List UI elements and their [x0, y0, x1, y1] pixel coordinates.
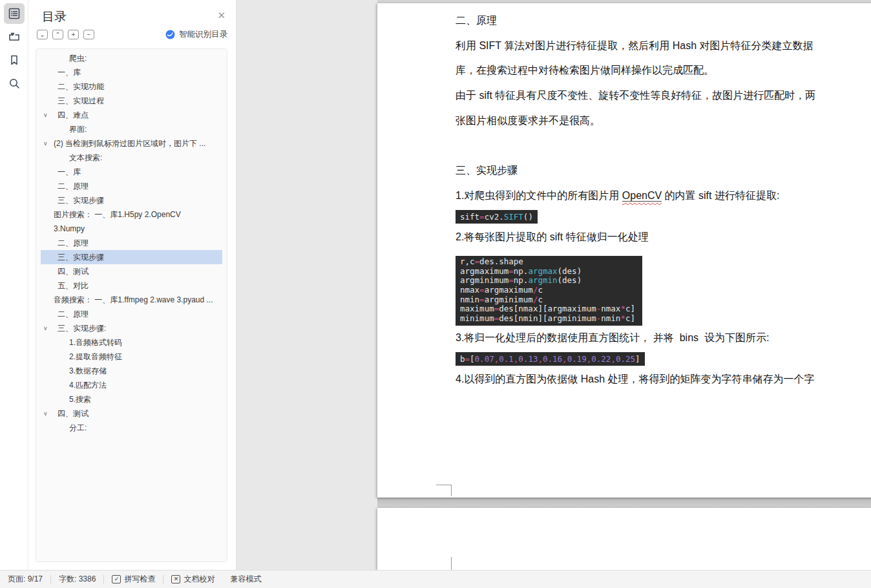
toc-panel-title: 目录	[42, 8, 67, 25]
chevron-down-icon[interactable]: ∨	[43, 406, 48, 421]
smart-recognize-toc-label: 智能识别目录	[179, 29, 227, 40]
toc-item[interactable]: 二、原理	[41, 236, 222, 250]
toc-item-label: 五、对比	[58, 281, 89, 290]
toc-item[interactable]: ∨(2) 当检测到鼠标滑过图片区域时，图片下 ...	[41, 136, 222, 151]
toc-item[interactable]: 二、原理	[41, 179, 222, 193]
status-bar: 页面: 9/17 字数: 3386 ✓ 拼写检查 ✕ 文档校对 兼容模式	[0, 570, 871, 588]
toc-item-label: 音频搜索： 一、库1.ffmpeg 2.wave 3.pyaud ...	[54, 295, 213, 304]
toc-item-label: 一、库	[58, 167, 81, 176]
toc-item[interactable]: 3.Numpy	[41, 222, 222, 236]
toc-item-label: 三、实现步骤	[58, 196, 104, 205]
minus-icon: −	[87, 32, 91, 38]
chapter-nav-icon	[7, 30, 21, 44]
toc-item[interactable]: 分工:	[41, 421, 222, 435]
zoom-out-button[interactable]: −	[83, 30, 94, 39]
misspelled-word: OpenCV	[622, 190, 662, 202]
code-line: argminimum=np.argmin(des)	[460, 276, 638, 286]
toc-item[interactable]: 三、实现过程	[41, 94, 222, 108]
chevron-up-icon: ⌃	[55, 32, 60, 38]
code-line: nmin=argminimum/c	[460, 295, 638, 305]
toc-item-label: 三、实现步骤:	[58, 324, 106, 333]
toc-item[interactable]: 三、实现步骤	[41, 193, 222, 207]
toc-item-label: 四、测试	[58, 267, 89, 276]
plus-icon: +	[72, 32, 76, 38]
chapter-nav-rail-button[interactable]	[4, 26, 25, 47]
toc-item-label: (2) 当检测到鼠标滑过图片区域时，图片下 ...	[54, 139, 205, 148]
toc-item[interactable]: 3.数据存储	[41, 364, 222, 378]
search-rail-button[interactable]	[4, 73, 25, 94]
doc-line: 由于 sift 特征具有尺度不变性、旋转不变性等良好特征，故图片进行匹配时，两	[456, 83, 827, 109]
toc-item-label: 1.音频格式转码	[69, 338, 122, 347]
proofread-icon: ✕	[171, 575, 180, 583]
toc-item[interactable]: 2.提取音频特征	[41, 350, 222, 364]
toc-item[interactable]: 二、实现功能	[41, 79, 222, 94]
code-line: b=[0.07,0.1,0.13,0.16,0.19,0.22,0.25]	[460, 353, 640, 364]
toc-item[interactable]: 五、对比	[41, 278, 222, 293]
toc-item[interactable]: 一、库	[41, 65, 222, 79]
spellcheck-icon: ✓	[112, 575, 121, 583]
toc-item[interactable]: ∨四、难点	[41, 108, 222, 122]
chevron-down-icon[interactable]: ∨	[43, 108, 48, 122]
toc-item-label: 3.数据存储	[69, 366, 107, 375]
left-icon-rail	[0, 0, 28, 570]
bookmark-icon	[7, 53, 21, 67]
toc-item-label: 2.提取音频特征	[69, 352, 122, 361]
toc-item[interactable]: ∨四、测试	[41, 406, 222, 421]
doc-line: 库，在搜索过程中对待检索图片做同样操作以完成匹配。	[456, 58, 827, 83]
toc-item-label: 二、原理	[58, 238, 89, 247]
code-line: r,c=des.shape	[460, 257, 638, 267]
chevron-down-icon[interactable]: ∨	[43, 136, 48, 151]
doc-heading: 二、原理	[456, 8, 827, 34]
code-line: argmaximum=np.argmax(des)	[460, 267, 638, 277]
code-line: sift=cv2.SIFT()	[460, 211, 533, 222]
document-page-9[interactable]: 二、原理利用 SIFT 算法对图片进行特征提取，然后利用 Hash 对图片特征分…	[377, 3, 871, 498]
compat-mode-label: 兼容模式	[230, 574, 261, 585]
toc-item-label: 分工:	[69, 423, 87, 432]
zoom-in-button[interactable]: +	[68, 30, 79, 39]
toc-rail-button[interactable]	[4, 3, 25, 24]
chevron-down-icon: ⌄	[39, 32, 45, 38]
ai-assistant-icon	[165, 30, 175, 39]
smart-recognize-toc-button[interactable]: 智能识别目录	[165, 29, 227, 40]
toc-item-label: 三、实现过程	[58, 96, 104, 105]
toc-item[interactable]: ∨三、实现步骤:	[41, 321, 222, 335]
page-gap	[377, 498, 871, 508]
spellcheck-button[interactable]: ✓ 拼写检查	[104, 574, 163, 585]
toc-item[interactable]: 4.匹配方法	[41, 378, 222, 392]
toc-item[interactable]: 二、原理	[41, 307, 222, 321]
toc-item[interactable]: 爬虫:	[41, 51, 222, 65]
word-count: 字数: 3386	[51, 574, 103, 585]
chevron-down-icon[interactable]: ∨	[43, 321, 48, 335]
collapse-all-button[interactable]: ⌃	[52, 30, 63, 39]
doc-heading: 三、实现步骤	[456, 158, 827, 184]
toc-item-label: 一、库	[58, 68, 81, 77]
toc-item[interactable]: 音频搜索： 一、库1.ffmpeg 2.wave 3.pyaud ...	[41, 293, 222, 307]
toc-item[interactable]: 1.音频格式转码	[41, 335, 222, 350]
doc-content: 二、原理利用 SIFT 算法对图片进行特征提取，然后利用 Hash 对图片特征分…	[456, 3, 827, 392]
toc-item-label: 5.搜索	[69, 395, 91, 404]
text-boundary-mark-top	[451, 557, 452, 570]
compat-mode-button[interactable]: 兼容模式	[222, 574, 269, 585]
toc-tree[interactable]: 爬虫:一、库二、实现功能三、实现过程∨四、难点界面:∨(2) 当检测到鼠标滑过图…	[36, 48, 227, 562]
toc-item-label: 二、原理	[58, 310, 89, 319]
toc-item-label: 文本搜索:	[69, 153, 102, 162]
toc-item[interactable]: 一、库	[41, 165, 222, 179]
code-line: minimum=des[nmin][argminimum-nmin*c]	[460, 314, 638, 324]
proofread-label: 文档校对	[184, 574, 215, 585]
search-icon	[7, 76, 21, 90]
bookmark-rail-button[interactable]	[4, 50, 25, 70]
toc-item-label: 界面:	[69, 125, 87, 134]
close-icon[interactable]: ✕	[217, 10, 226, 20]
doc-line: 利用 SIFT 算法对图片进行特征提取，然后利用 Hash 对图片特征分类建立数…	[456, 34, 827, 59]
toc-item[interactable]: 文本搜索:	[41, 151, 222, 165]
code-snippet: sift=cv2.SIFT()	[456, 210, 538, 224]
toc-item[interactable]: 界面:	[41, 122, 222, 136]
doc-line: 1.对爬虫得到的文件中的所有图片用 OpenCV 的内置 sift 进行特征提取…	[456, 184, 827, 209]
toc-item[interactable]: 5.搜索	[41, 392, 222, 406]
expand-all-button[interactable]: ⌄	[37, 30, 48, 39]
toc-item-label: 三、实现步骤	[58, 253, 104, 262]
toc-item[interactable]: 图片搜索： 一、库1.H5py 2.OpenCV	[41, 207, 222, 222]
toc-item[interactable]: 四、测试	[41, 264, 222, 278]
toc-item-selected[interactable]: 三、实现步骤	[41, 250, 222, 264]
proofread-button[interactable]: ✕ 文档校对	[163, 574, 222, 585]
